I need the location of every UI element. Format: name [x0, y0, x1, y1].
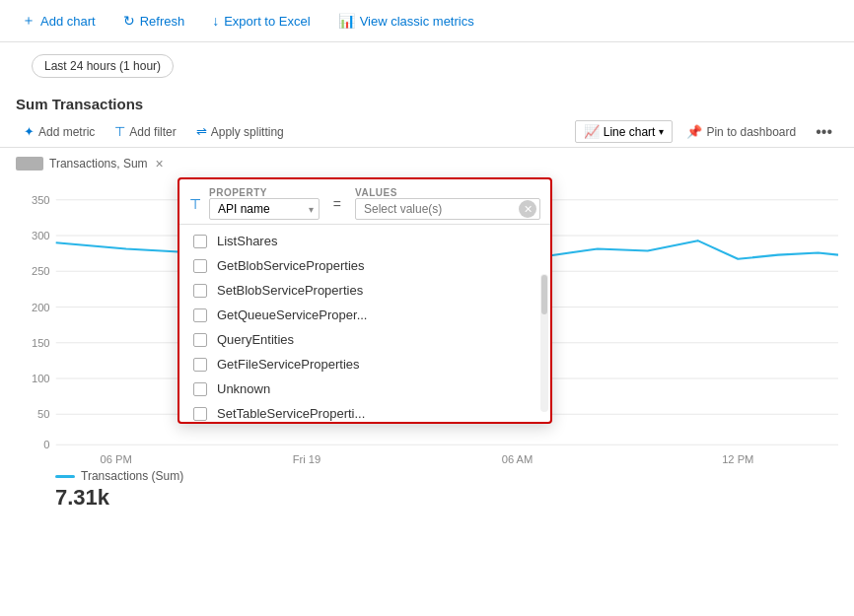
view-classic-button[interactable]: 📊 View classic metrics [332, 9, 480, 33]
add-metric-icon: ✦ [24, 124, 35, 139]
property-selector: API name ▾ [209, 198, 320, 220]
add-chart-icon: ＋ [22, 12, 36, 30]
svg-text:06 AM: 06 AM [502, 453, 534, 465]
values-clear-button[interactable]: ✕ [519, 200, 536, 218]
export-button[interactable]: ↓ Export to Excel [206, 9, 316, 33]
svg-text:300: 300 [32, 230, 50, 241]
checkbox-settableserviceprops[interactable] [193, 407, 207, 421]
svg-text:350: 350 [32, 194, 50, 206]
chevron-down-icon: ▾ [659, 126, 664, 137]
svg-text:200: 200 [32, 302, 50, 313]
values-selector: ✕ [355, 198, 540, 220]
filter-values-list: ListShares GetBlobServiceProperties SetB… [179, 225, 550, 422]
filter-list-scrollbar[interactable] [540, 274, 548, 412]
property-select[interactable]: API name [209, 198, 320, 220]
svg-text:250: 250 [32, 265, 50, 277]
more-options-button[interactable]: ••• [810, 121, 838, 143]
top-toolbar: ＋ Add chart ↻ Refresh ↓ Export to Excel … [0, 0, 854, 42]
checkbox-unknown[interactable] [193, 382, 207, 396]
legend-label: Transactions (Sum) [81, 469, 183, 483]
pin-icon: 📌 [686, 124, 702, 139]
svg-text:06 PM: 06 PM [101, 453, 132, 465]
scrollbar-thumb [541, 275, 547, 314]
filter-dropdown-popup: ⊤ PROPERTY API name ▾ = VALUES ✕ [178, 177, 552, 424]
checkbox-queryentities[interactable] [193, 333, 207, 347]
checkbox-getblobserviceprops[interactable] [193, 259, 207, 273]
filter-color-swatch [16, 157, 43, 171]
chart-summary-value: 7.31k [16, 483, 838, 511]
legend-color-swatch [55, 475, 75, 478]
export-icon: ↓ [212, 13, 219, 29]
bar-chart-icon: 📊 [338, 13, 355, 29]
add-chart-button[interactable]: ＋ Add chart [16, 8, 102, 34]
checkbox-getfileserviceprops[interactable] [193, 358, 207, 372]
svg-text:Fri 19: Fri 19 [293, 453, 321, 465]
list-item[interactable]: GetFileServiceProperties [179, 352, 550, 376]
chart-value-number: 7.31k [55, 485, 109, 510]
svg-text:50: 50 [37, 408, 49, 420]
list-item[interactable]: ListShares [179, 229, 550, 253]
chart-title: Sum Transactions [0, 90, 854, 116]
chart-toolbar-right: 📈 Line chart ▾ 📌 Pin to dashboard ••• [575, 120, 838, 143]
filter-close-button[interactable]: × [156, 156, 164, 171]
add-metric-button[interactable]: ✦ Add metric [16, 120, 103, 143]
add-filter-button[interactable]: ⊤ Add filter [107, 120, 183, 143]
refresh-button[interactable]: ↻ Refresh [117, 9, 191, 33]
checkbox-setblobserviceprops[interactable] [193, 284, 207, 298]
svg-text:0: 0 [43, 439, 49, 450]
list-item[interactable]: Unknown [179, 376, 550, 401]
list-item[interactable]: GetBlobServiceProperties [179, 253, 550, 278]
list-item[interactable]: GetQueueServiceProper... [179, 303, 550, 327]
list-item[interactable]: SetTableServiceProperti... [179, 401, 550, 422]
chart-legend-area: Transactions (Sum) [16, 465, 838, 483]
split-icon: ⇌ [196, 124, 207, 139]
chart-toolbar-left: ✦ Add metric ⊤ Add filter ⇌ Apply splitt… [16, 120, 292, 143]
line-chart-button[interactable]: 📈 Line chart ▾ [575, 120, 674, 143]
filter-tag-text: Transactions, Sum [49, 157, 148, 171]
svg-text:100: 100 [32, 373, 50, 384]
checkbox-listshares[interactable] [193, 235, 207, 248]
svg-text:150: 150 [32, 337, 50, 349]
filter-tag-row: Transactions, Sum × [16, 156, 838, 171]
chart-toolbar: ✦ Add metric ⊤ Add filter ⇌ Apply splitt… [0, 116, 854, 148]
pin-to-dashboard-button[interactable]: 📌 Pin to dashboard [680, 120, 802, 143]
checkbox-getqueueserviceprops[interactable] [193, 308, 207, 322]
filter-icon: ⊤ [114, 124, 125, 139]
filter-popup-icon: ⊤ [189, 196, 201, 212]
apply-splitting-button[interactable]: ⇌ Apply splitting [188, 120, 292, 143]
list-item[interactable]: QueryEntities [179, 327, 550, 352]
svg-text:12 PM: 12 PM [722, 453, 753, 465]
list-item[interactable]: SetBlobServiceProperties [179, 278, 550, 303]
values-input[interactable] [355, 198, 540, 220]
filter-popup-header: ⊤ PROPERTY API name ▾ = VALUES ✕ [179, 179, 550, 225]
equals-sign: = [333, 196, 341, 212]
legend-item: Transactions (Sum) [55, 469, 183, 483]
refresh-icon: ↻ [123, 13, 135, 29]
chart-area: Transactions, Sum × ⊤ PROPERTY API name … [0, 148, 854, 522]
time-range-button[interactable]: Last 24 hours (1 hour) [32, 54, 174, 78]
line-chart-icon: 📈 [584, 124, 600, 139]
